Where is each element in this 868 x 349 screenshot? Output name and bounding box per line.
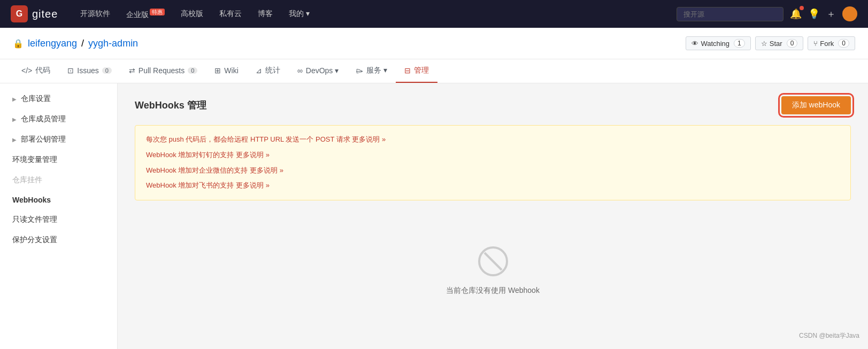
repo-tabs: </> 代码 ⊡ Issues 0 ⇄ Pull Requests 0 ⊞ Wi… bbox=[0, 59, 868, 83]
tab-services[interactable]: ⌲ 服务 ▾ bbox=[347, 59, 396, 83]
fork-label: Fork bbox=[820, 40, 834, 48]
arrow-icon: ▶ bbox=[12, 96, 17, 102]
notification-badge bbox=[800, 6, 804, 10]
eye-icon: 👁 bbox=[692, 40, 698, 48]
repo-header: 🔒 leifengyang / yygh-admin 👁 Watching 1 … bbox=[0, 28, 868, 59]
watch-count: 1 bbox=[734, 39, 745, 48]
logo-area[interactable]: G gitee bbox=[11, 5, 58, 22]
sidebar-item-protected-branches[interactable]: 保护分支设置 bbox=[0, 230, 117, 250]
tab-wiki[interactable]: ⊞ Wiki bbox=[206, 59, 247, 83]
arrow-icon: ▶ bbox=[12, 137, 17, 143]
watermark: CSDN @beita学Java bbox=[799, 331, 859, 340]
lock-icon: 🔒 bbox=[13, 38, 24, 49]
sidebar-item-members[interactable]: ▶ 仓库成员管理 bbox=[0, 109, 117, 129]
fork-icon: ⑂ bbox=[813, 40, 818, 48]
content-area: WebHooks 管理 添加 webHook 每次您 push 代码后，都会给远… bbox=[118, 83, 868, 349]
tab-issues[interactable]: ⊡ Issues 0 bbox=[59, 59, 120, 83]
repo-title: 🔒 leifengyang / yygh-admin bbox=[13, 38, 138, 49]
nav-open-source[interactable]: 开源软件 bbox=[74, 6, 117, 22]
devops-icon: ∞ bbox=[297, 66, 303, 75]
pr-icon: ⇄ bbox=[129, 66, 135, 75]
sidebar: ▶ 仓库设置 ▶ 仓库成员管理 ▶ 部署公钥管理 环境变量管理 仓库挂件 Web… bbox=[0, 83, 118, 349]
star-button[interactable]: ☆ Star 0 bbox=[755, 36, 804, 50]
star-count: 0 bbox=[787, 39, 798, 48]
info-line-3: WebHook 增加对企业微信的支持 更多说明 » bbox=[146, 165, 840, 176]
nav-right: 🔔 💡 ＋ bbox=[677, 6, 857, 21]
info-line-4: WebHook 增加对飞书的支持 更多说明 » bbox=[146, 180, 840, 191]
info-line-1: 每次您 push 代码后，都会给远程 HTTP URL 发送一个 POST 请求… bbox=[146, 134, 840, 145]
info-line-2: WebHook 增加对钉钉的支持 更多说明 » bbox=[146, 150, 840, 161]
arrow-icon: ▶ bbox=[12, 117, 17, 122]
nav-private-cloud[interactable]: 私有云 bbox=[213, 6, 248, 22]
add-webhook-button[interactable]: 添加 webHook bbox=[781, 96, 851, 114]
nav-mine[interactable]: 我的 ▾ bbox=[282, 6, 316, 22]
sidebar-item-webhooks[interactable]: WebHooks bbox=[0, 190, 117, 210]
repo-owner-link[interactable]: leifengyang bbox=[28, 38, 77, 49]
empty-text: 当前仓库没有使用 Webhook bbox=[446, 286, 540, 296]
watch-label: Watching bbox=[701, 40, 729, 48]
watch-button[interactable]: 👁 Watching 1 bbox=[686, 36, 750, 50]
repo-actions: 👁 Watching 1 ☆ Star 0 ⑂ Fork 0 bbox=[686, 36, 855, 50]
bell-icon[interactable]: 🔔 bbox=[790, 8, 802, 20]
stats-icon: ⊿ bbox=[256, 66, 262, 75]
nav-items: 开源软件 企业版特惠 高校版 私有云 博客 我的 ▾ bbox=[74, 5, 677, 23]
avatar[interactable] bbox=[842, 6, 857, 21]
code-icon: </> bbox=[21, 66, 32, 75]
search-input[interactable] bbox=[677, 7, 783, 21]
tab-devops[interactable]: ∞ DevOps ▾ bbox=[289, 59, 347, 83]
tab-manage[interactable]: ⊟ 管理 bbox=[396, 59, 437, 83]
issues-icon: ⊡ bbox=[67, 66, 74, 75]
sidebar-item-plugins: 仓库挂件 bbox=[0, 170, 117, 190]
logo-text: gitee bbox=[32, 8, 58, 20]
manage-icon: ⊟ bbox=[404, 66, 411, 75]
top-navigation: G gitee 开源软件 企业版特惠 高校版 私有云 博客 我的 ▾ 🔔 💡 ＋ bbox=[0, 0, 868, 28]
no-webhook-icon bbox=[477, 245, 509, 277]
tab-code[interactable]: </> 代码 bbox=[13, 59, 59, 83]
svg-line-1 bbox=[485, 253, 502, 270]
sidebar-item-env-vars[interactable]: 环境变量管理 bbox=[0, 150, 117, 170]
tab-pull-requests[interactable]: ⇄ Pull Requests 0 bbox=[120, 59, 206, 83]
tab-stats[interactable]: ⊿ 统计 bbox=[247, 59, 289, 83]
wiki-icon: ⊞ bbox=[214, 66, 221, 75]
logo-icon: G bbox=[11, 5, 28, 22]
empty-state: 当前仓库没有使用 Webhook bbox=[135, 213, 851, 328]
page-title: WebHooks 管理 bbox=[135, 99, 206, 112]
repo-name-link[interactable]: yygh-admin bbox=[88, 38, 138, 49]
nav-enterprise[interactable]: 企业版特惠 bbox=[120, 5, 171, 23]
nav-university[interactable]: 高校版 bbox=[174, 6, 210, 22]
main-layout: ▶ 仓库设置 ▶ 仓库成员管理 ▶ 部署公钥管理 环境变量管理 仓库挂件 Web… bbox=[0, 83, 868, 349]
issues-count: 0 bbox=[102, 67, 112, 74]
sidebar-item-readonly[interactable]: 只读文件管理 bbox=[0, 210, 117, 230]
fork-button[interactable]: ⑂ Fork 0 bbox=[808, 36, 855, 50]
separator: / bbox=[81, 38, 84, 49]
star-icon: ☆ bbox=[761, 40, 767, 48]
sidebar-item-repo-settings[interactable]: ▶ 仓库设置 bbox=[0, 89, 117, 109]
content-header: WebHooks 管理 添加 webHook bbox=[135, 96, 851, 114]
services-icon: ⌲ bbox=[356, 66, 363, 75]
enterprise-badge: 特惠 bbox=[150, 9, 165, 15]
plus-icon[interactable]: ＋ bbox=[826, 7, 836, 20]
star-label: Star bbox=[770, 40, 782, 48]
fork-count: 0 bbox=[838, 39, 849, 48]
bulb-icon[interactable]: 💡 bbox=[808, 8, 820, 20]
sidebar-item-deploy-keys[interactable]: ▶ 部署公钥管理 bbox=[0, 129, 117, 150]
nav-blog[interactable]: 博客 bbox=[251, 6, 279, 22]
info-box: 每次您 push 代码后，都会给远程 HTTP URL 发送一个 POST 请求… bbox=[135, 125, 851, 200]
pr-count: 0 bbox=[188, 67, 197, 74]
